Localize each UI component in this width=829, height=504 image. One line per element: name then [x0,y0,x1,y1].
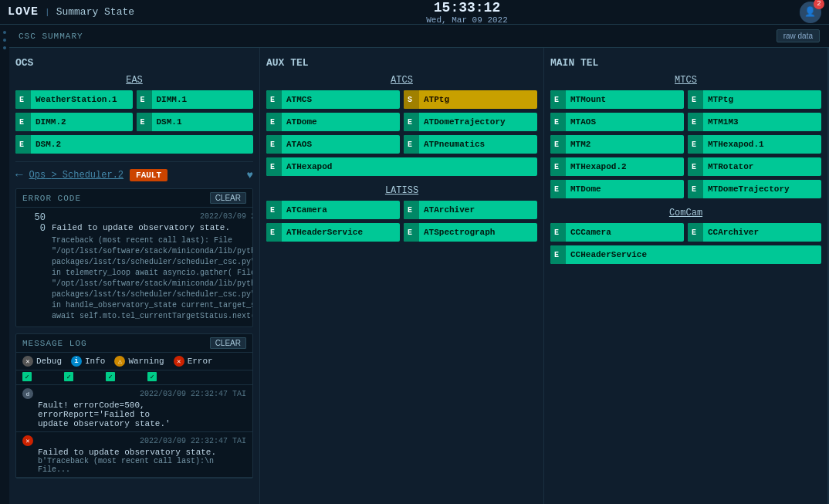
main-container: CSC SUMMARY raw data OCS EAS E WeatherSt… [0,25,829,504]
list-item[interactable]: E CCArchiver [688,223,821,242]
csc-item-name: MTM2 [566,140,684,149]
list-item[interactable]: E ATDome [266,113,400,131]
list-item[interactable]: E MTPtg [688,90,821,109]
list-item[interactable]: E DIMM.2 [15,113,133,131]
csc-state-label: E [404,223,419,242]
topbar-title: Summary State [56,6,134,18]
csc-state-label: E [550,245,566,264]
error-clear-button[interactable]: CLEAR [210,192,246,204]
latiss-grid: E ATCamera E ATArchiver E ATHeaderServic… [266,201,537,242]
csc-state-label: E [688,157,703,176]
message-timestamp-2: 2022/03/09 22:32:47 TAI [38,437,246,445]
message-clear-button[interactable]: CLEAR [210,337,246,349]
list-item[interactable]: E ATDomeTrajectory [404,113,537,131]
warning-icon: ⚠ [114,356,125,367]
list-item[interactable]: E MTRotator [688,157,821,176]
csc-bar: CSC SUMMARY raw data [9,25,829,48]
list-item[interactable]: E MTDomeTrajectory [688,180,821,198]
avatar[interactable]: 👤 2 [800,2,821,23]
csc-item-name: MTHexapod.1 [703,140,821,149]
content-area: CSC SUMMARY raw data OCS EAS E WeatherSt… [9,25,829,504]
atcs-grid: E ATMCS S ATPtg E ATDome E ATDomeTraject… [266,90,537,154]
csc-item-name: MTPtg [703,95,821,104]
list-item[interactable]: E MTM1M3 [688,113,821,131]
list-item[interactable]: E MTDome [550,180,684,198]
filter-debug[interactable]: ✕ Debug [22,356,62,367]
filter-error-label: Error [188,357,213,366]
message-subtext: b'Traceback (most recent call last):\n F… [22,457,246,474]
list-item[interactable]: E CCCamera [550,223,684,242]
cb-warning[interactable]: ✓ [106,372,138,381]
message-text: Fault! errorCode=500, errorReport='Faile… [22,401,246,419]
list-item[interactable]: E DSM.2 [15,135,253,154]
scheduler-section: ← Ops > Scheduler.2 FAULT ♥ ERROR CODE [15,161,253,479]
csc-state-label: E [266,201,282,219]
atcs-half-row: E ATHexapod [266,157,537,176]
cb-info[interactable]: ✓ [64,372,96,381]
list-item[interactable]: E MTMount [550,90,684,109]
message-log-title: MESSAGE LOG [22,339,87,348]
csc-item-name: DIMM.1 [152,95,254,104]
debug-icon: ✕ [22,356,33,367]
csc-item-name: ATAOS [282,140,400,149]
filter-warning[interactable]: ⚠ Warning [114,356,164,367]
sidebar-dot [3,46,6,49]
csc-state-label: E [550,223,566,242]
error-number: 50 [35,212,46,223]
list-item[interactable]: S ATPtg [404,90,537,109]
list-item[interactable]: E ATCamera [266,201,400,219]
csc-item-name: DSM.1 [152,117,254,127]
message-entry: d 2022/03/09 22:32:47 TAI Fault! errorCo… [16,385,252,432]
error-message: Failed to update observatory state. [52,223,252,232]
csc-item-name: MTMount [566,95,684,104]
nav-ops[interactable]: Ops [29,170,46,181]
csc-state-label: E [688,180,703,198]
debug-checkbox[interactable]: ✓ [22,372,32,381]
filter-info[interactable]: i Info [71,356,105,367]
message-type-icon: d [22,388,33,399]
list-item[interactable]: E ATMCS [266,90,400,109]
list-item[interactable]: E ATHexapod [266,157,537,176]
cb-error[interactable]: ✓ [147,372,180,381]
csc-state-label: E [404,113,419,131]
list-item[interactable]: E ATAOS [266,135,400,154]
list-item[interactable]: E MTM2 [550,135,684,154]
nav-scheduler[interactable]: Scheduler.2 [63,170,124,181]
error-checkbox[interactable]: ✓ [147,372,157,381]
fault-status-badge: FAULT [130,169,167,181]
topbar-time: 15:33:12 [426,0,508,15]
csc-state-label: E [550,157,566,176]
list-item[interactable]: E ATArchiver [404,201,537,219]
list-item[interactable]: E WeatherStation.1 [15,90,133,109]
list-item[interactable]: E ATSpectrograph [404,223,537,242]
list-item[interactable]: E MTHexapod.1 [688,135,821,154]
atcs-subtitle: ATCS [266,75,537,86]
back-arrow-icon[interactable]: ← [15,168,23,182]
cb-debug[interactable]: ✓ [22,372,55,381]
csc-item-name: CCCamera [566,228,684,237]
csc-summary-title: CSC SUMMARY [19,32,83,41]
csc-state-label: E [15,113,31,131]
error-code-section: ERROR CODE CLEAR 50 0 2022/03/09 22:32:4 [15,188,253,327]
list-item[interactable]: E ATHeaderService [266,223,400,242]
scheduler-nav-path[interactable]: Ops > Scheduler.2 [29,170,124,181]
list-item[interactable]: E DIMM.1 [137,90,254,109]
heart-icon[interactable]: ♥ [247,169,253,181]
list-item[interactable]: E CCHeaderService [550,245,821,264]
csc-item-name: MTRotator [703,162,821,171]
list-item[interactable]: E DSM.1 [137,113,254,131]
list-item[interactable]: E MTAOS [550,113,684,131]
error-sub-number: 0 [40,223,46,234]
message-entry-header: d 2022/03/09 22:32:47 TAI [22,388,246,399]
raw-data-button[interactable]: raw data [777,29,820,42]
filter-error[interactable]: ✕ Error [174,356,213,367]
warning-checkbox[interactable]: ✓ [106,372,115,381]
list-item[interactable]: E MTHexapod.2 [550,157,684,176]
topbar-separator: | [45,8,50,17]
message-filter-row: ✕ Debug i Info ⚠ Warning [16,353,252,370]
csc-state-label: E [550,180,566,198]
main-tel-panel: MAIN TEL MTCS E MTMount E MTPtg E MTAOS [544,48,828,504]
error-trace: Traceback (most recent call last): File … [52,235,252,322]
list-item[interactable]: E ATPneumatics [404,135,537,154]
info-checkbox[interactable]: ✓ [64,372,73,381]
